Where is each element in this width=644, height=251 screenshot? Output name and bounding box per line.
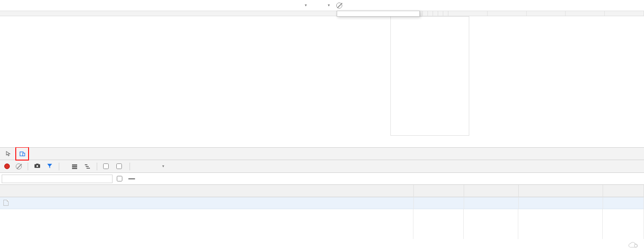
device-selector[interactable]: ▼ — [302, 3, 308, 7]
separator — [28, 163, 28, 170]
svg-rect-5 — [72, 164, 77, 166]
device-toolbar: ▼ ▼ — [0, 0, 644, 11]
filter-input[interactable] — [2, 175, 113, 183]
rotate-icon — [336, 3, 342, 9]
svg-rect-7 — [72, 168, 77, 169]
col-initiator[interactable] — [518, 185, 603, 197]
hide-data-urls-input[interactable] — [117, 176, 122, 181]
svg-point-11 — [635, 244, 638, 247]
col-status[interactable] — [413, 185, 464, 197]
rotate-button[interactable] — [336, 3, 342, 9]
col-type[interactable] — [464, 185, 518, 197]
capture-screenshots-button[interactable] — [34, 163, 40, 170]
triangle-down-icon: ▼ — [327, 3, 331, 7]
separator — [130, 163, 130, 170]
col-name[interactable] — [0, 185, 413, 197]
svg-rect-10 — [87, 168, 90, 169]
cell-name — [0, 197, 413, 209]
cell-initiator — [518, 197, 603, 209]
svg-rect-1 — [23, 153, 25, 156]
filter-row — [0, 173, 644, 185]
record-button[interactable] — [4, 163, 10, 169]
table-body-empty — [0, 209, 644, 239]
inspect-element-button[interactable] — [3, 148, 14, 160]
separator — [97, 163, 97, 170]
disable-cache-input[interactable] — [116, 163, 122, 169]
devtools-tab-bar — [0, 147, 644, 160]
cell-type — [464, 197, 518, 209]
table-row[interactable] — [0, 197, 644, 209]
zoom-selector[interactable]: ▼ — [325, 3, 331, 7]
svg-rect-8 — [85, 164, 87, 165]
file-icon — [3, 200, 9, 206]
network-table — [0, 185, 644, 209]
cell-status — [413, 197, 464, 209]
hide-data-urls-checkbox[interactable] — [117, 176, 124, 181]
toggle-device-toolbar-button[interactable] — [15, 147, 29, 161]
device-dropdown-menu — [337, 11, 420, 17]
separator — [59, 163, 59, 170]
network-toolbar: ▼ — [0, 160, 644, 173]
filter-button[interactable] — [46, 163, 53, 170]
svg-rect-9 — [86, 166, 89, 167]
preview-area — [0, 16, 644, 147]
preserve-log-input[interactable] — [103, 163, 109, 169]
col-size[interactable] — [603, 185, 644, 197]
preserve-log-checkbox[interactable] — [103, 163, 110, 169]
table-header-row — [0, 185, 644, 197]
large-rows-button[interactable] — [71, 163, 78, 170]
page-preview[interactable] — [390, 16, 469, 136]
cloud-icon — [627, 242, 639, 249]
svg-rect-3 — [36, 163, 39, 164]
svg-point-4 — [36, 165, 38, 166]
type-filters — [128, 178, 189, 179]
cell-size — [603, 197, 644, 209]
filter-all[interactable] — [128, 178, 135, 179]
throttling-selector[interactable]: ▼ — [136, 164, 165, 168]
triangle-down-icon: ▼ — [162, 164, 165, 168]
watermark — [627, 242, 641, 249]
clear-button[interactable] — [16, 163, 22, 169]
waterfall-view-button[interactable] — [84, 163, 91, 170]
svg-rect-6 — [72, 166, 77, 167]
disable-cache-checkbox[interactable] — [116, 163, 124, 169]
ruler — [0, 11, 644, 16]
triangle-down-icon: ▼ — [304, 3, 308, 7]
